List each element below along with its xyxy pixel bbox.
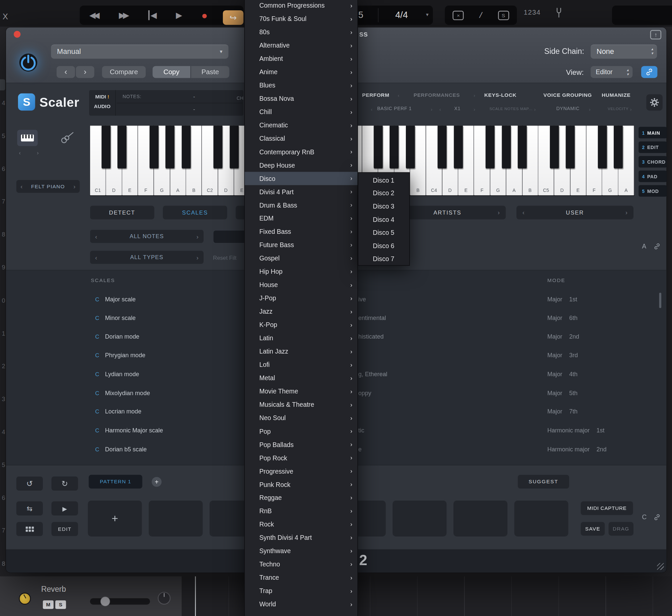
settings-button[interactable] (646, 94, 663, 110)
menu-item-j-pop[interactable]: J-Pop› (245, 291, 358, 305)
menu-item-neo-soul[interactable]: Neo Soul› (245, 411, 358, 424)
chevron-left-icon[interactable]: ‹ (522, 209, 524, 216)
basic-perf-value[interactable]: BASIC PERF 1 (377, 106, 412, 111)
close-button[interactable] (14, 31, 21, 38)
autopunch-button[interactable]: ↪ (223, 10, 244, 25)
black-key[interactable] (182, 125, 191, 168)
menu-item-synthwave[interactable]: Synthwave› (245, 544, 358, 557)
guitar-view-button[interactable] (57, 130, 77, 146)
menu-item-80s[interactable]: 80s› (245, 25, 358, 39)
grid-view-button[interactable] (16, 522, 43, 536)
menu-item-lofi[interactable]: Lofi› (245, 358, 358, 371)
s-box-button[interactable]: S (498, 11, 509, 20)
menu-item-divisi-4-part[interactable]: Divisi 4 Part› (245, 185, 358, 198)
chevron-right-icon[interactable]: › (589, 106, 590, 112)
mute-button[interactable]: M (43, 600, 54, 609)
rewind-button[interactable]: ◀◀ (89, 10, 99, 20)
submenu-item-disco-6[interactable]: Disco 6 (358, 239, 409, 252)
black-key[interactable] (598, 125, 607, 168)
submenu-item-disco-4[interactable]: Disco 4 (358, 213, 409, 226)
voice-grouping-tab[interactable]: VOICE GROUPING (544, 92, 592, 98)
menu-item-rnb[interactable]: RnB› (245, 504, 358, 518)
black-key[interactable] (149, 125, 158, 168)
link-button[interactable] (641, 66, 657, 78)
menu-item-latin-jazz[interactable]: Latin Jazz› (245, 345, 358, 358)
menu-item-drum-bass[interactable]: Drum & Bass› (245, 198, 358, 212)
side-tab-mod[interactable]: 5MOD (639, 185, 667, 197)
chevron-left-icon[interactable]: ‹ (95, 254, 97, 261)
resize-grip[interactable] (657, 563, 664, 570)
link-icon[interactable] (651, 241, 662, 252)
channel-gain-knob[interactable] (19, 593, 31, 605)
pattern-slot-2[interactable] (149, 501, 203, 537)
pattern-slot-7[interactable] (453, 501, 507, 537)
tempo-value-fragment[interactable]: 5 (358, 10, 363, 20)
side-tab-chord[interactable]: 3CHORD (639, 156, 667, 168)
paste-button[interactable]: Paste (191, 66, 229, 78)
chevron-right-icon[interactable]: › (630, 106, 632, 112)
fast-forward-button[interactable]: ▶▶ (119, 10, 129, 20)
volume-slider[interactable] (90, 598, 150, 604)
black-key[interactable] (566, 125, 575, 168)
submenu-item-disco-3[interactable]: Disco 3 (358, 200, 409, 213)
chevron-right-icon[interactable]: › (431, 106, 432, 112)
menu-item-metal[interactable]: Metal› (245, 371, 358, 385)
chevron-left-icon[interactable]: ‹ (21, 183, 23, 190)
track-name[interactable]: Reverb (41, 585, 66, 594)
menu-item-synth-divisi-4-part[interactable]: Synth Divisi 4 Part› (245, 531, 358, 544)
submenu-item-disco-2[interactable]: Disco 2 (358, 187, 409, 200)
undo-button[interactable]: ↺ (16, 477, 43, 491)
solo-button[interactable]: S (55, 600, 66, 609)
black-key[interactable] (550, 125, 559, 168)
submenu-item-disco-5[interactable]: Disco 5 (358, 226, 409, 239)
midi-capture-button[interactable]: MIDI CAPTURE (581, 501, 633, 515)
count-in-button[interactable]: 1234 (524, 9, 541, 16)
menu-item-chill[interactable]: Chill› (245, 105, 358, 118)
black-key[interactable] (406, 125, 415, 168)
menu-item-bossa-nova[interactable]: Bossa Nova› (245, 92, 358, 105)
menu-item-ambient[interactable]: Ambient› (245, 52, 358, 65)
humanize-tab[interactable]: HUMANIZE (602, 92, 631, 98)
user-tab[interactable]: ‹ USER › (516, 206, 633, 219)
menu-item-world[interactable]: World› (245, 597, 358, 611)
performances-tab[interactable]: PERFORMANCES (414, 92, 460, 98)
menu-item-k-pop[interactable]: K-Pop› (245, 318, 358, 331)
chevron-right-icon[interactable]: › (498, 209, 500, 216)
pattern-slot-1[interactable]: + (88, 501, 142, 537)
menu-item-fixed-bass[interactable]: Fixed Bass› (245, 225, 358, 238)
menu-item-blues[interactable]: Blues› (245, 78, 358, 92)
chevron-right-icon[interactable]: › (474, 106, 475, 112)
side-tab-main[interactable]: 1MAIN (639, 127, 667, 138)
black-key[interactable] (166, 125, 175, 168)
menu-item-techno[interactable]: Techno› (245, 557, 358, 571)
chevron-right-icon[interactable]: › (534, 106, 536, 112)
slider-handle[interactable] (100, 596, 110, 606)
menu-item-trap[interactable]: Trap› (245, 584, 358, 597)
record-button[interactable]: ● (201, 9, 208, 21)
pattern-tab[interactable]: PATTERN 1 (89, 475, 142, 488)
keyboard-view-button[interactable] (17, 130, 38, 146)
menu-item-pop-ballads[interactable]: Pop Ballads› (245, 438, 358, 451)
black-key[interactable] (438, 125, 447, 168)
chevron-right-icon[interactable]: › (196, 233, 198, 240)
menu-item-latin[interactable]: Latin› (245, 331, 358, 345)
view-dropdown[interactable]: Editor ▴▾ (590, 66, 632, 78)
chevron-left-icon[interactable]: ‹ (398, 92, 400, 98)
dynamic-value[interactable]: DYNAMIC (556, 106, 580, 111)
black-key[interactable] (486, 125, 495, 168)
keys-lock-tab[interactable]: KEYS-LOCK (484, 92, 517, 98)
chevron-right-icon[interactable]: › (196, 254, 198, 261)
suggest-button[interactable]: SUGGEST (518, 475, 569, 488)
submenu-item-disco-7[interactable]: Disco 7 (358, 252, 409, 265)
menu-item-reggae[interactable]: Reggae› (245, 491, 358, 504)
menu-item-punk-rock[interactable]: Punk Rock› (245, 478, 358, 491)
chevron-right-icon[interactable]: › (37, 150, 39, 156)
chevron-left-icon[interactable]: ‹ (95, 233, 97, 240)
power-button[interactable] (16, 51, 40, 75)
loop-button[interactable]: ⇆ (16, 501, 43, 516)
play-button[interactable]: ▶ (176, 10, 182, 20)
chevron-left-icon[interactable]: ‹ (439, 106, 441, 112)
velocity-value[interactable]: VELOCITY (608, 107, 629, 111)
menu-item-alternative[interactable]: Alternative› (245, 39, 358, 52)
menu-item-deep-house[interactable]: Deep House› (245, 158, 358, 172)
